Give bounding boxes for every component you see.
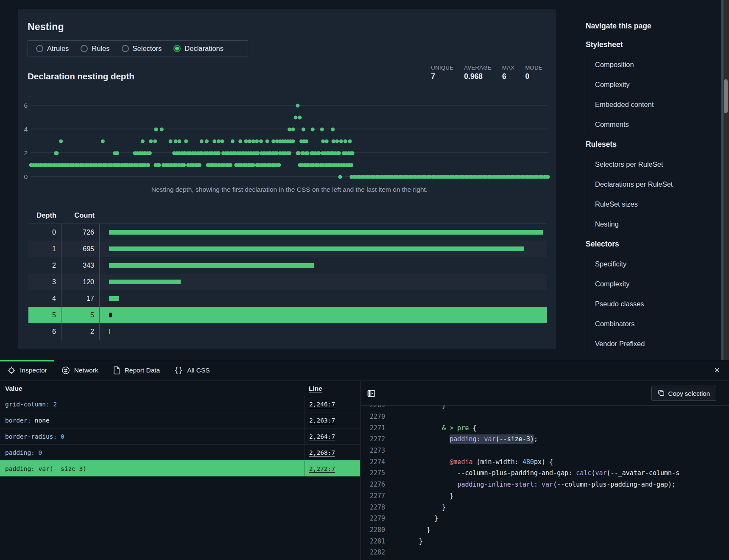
nav-item-specificity[interactable]: Specificity [586, 254, 717, 274]
stat-label: MAX [502, 64, 514, 71]
code-line: 2273 [361, 445, 729, 456]
nav-item-pseudo-classes[interactable]: Pseudo classes [586, 294, 717, 314]
property-name: border-radius: [5, 433, 57, 440]
radio-option-selectors[interactable]: Selectors [122, 45, 162, 53]
page-nav: Navigate this page StylesheetComposition… [586, 17, 717, 354]
depth-table: Depth Count 07261695234331204175562 [28, 207, 547, 340]
nav-item-comments[interactable]: Comments [586, 115, 717, 134]
line-link[interactable]: 2,246:7 [309, 401, 335, 408]
nav-item-complexity[interactable]: Complexity [586, 274, 717, 294]
depth-table-row[interactable]: 417 [28, 290, 547, 307]
declaration-row[interactable]: border: none2,263:7 [0, 412, 360, 428]
radio-option-atrules[interactable]: Atrules [36, 45, 69, 53]
stat-unique: UNIQUE7 [431, 64, 453, 81]
radio-option-rules[interactable]: Rules [81, 45, 109, 53]
line-cell: 2,264:7 [304, 428, 360, 444]
line-column-header[interactable]: Line [309, 385, 322, 392]
col-header-depth: Depth [28, 211, 61, 219]
depth-table-row[interactable]: 1695 [28, 241, 547, 257]
metric-radio-group: AtrulesRulesSelectorsDeclarations [28, 40, 248, 56]
nav-section-selectors: Selectors [586, 234, 717, 254]
nav-item-embedded-content[interactable]: Embedded content [586, 95, 717, 115]
tab-all-css[interactable]: All CSS [167, 360, 217, 381]
value-table: Value Line grid-column: 22,246:7border: … [0, 381, 360, 560]
y-tick-label: 2 [24, 149, 28, 157]
code-line: 2278 } [361, 501, 729, 513]
y-tick-label: 4 [24, 126, 28, 133]
code-text: --column-plus-padding-and-gap: calc(var(… [411, 469, 679, 477]
section-title: Declaration nesting depth [28, 71, 134, 81]
depth-cell: 4 [28, 290, 61, 307]
window-scrollbar-thumb[interactable] [724, 79, 728, 113]
nav-item-combinators[interactable]: Combinators [586, 314, 717, 334]
radio-icon [173, 45, 181, 52]
count-bar [109, 246, 524, 251]
line-link[interactable]: 2,264:7 [309, 433, 335, 440]
bar-cell [100, 323, 547, 340]
depth-table-row[interactable]: 62 [28, 323, 547, 340]
depth-table-row[interactable]: 2343 [28, 257, 547, 274]
property-value: 0 [39, 449, 42, 456]
depth-table-row[interactable]: 55 [28, 307, 547, 323]
network-icon [61, 366, 70, 375]
declaration-cell: padding: 0 [0, 449, 304, 456]
radio-label: Rules [92, 45, 109, 53]
line-number: 2278 [361, 504, 385, 511]
declaration-row[interactable]: padding: var(--size-3)2,272:7 [0, 460, 360, 476]
tab-inspector[interactable]: Inspector [0, 360, 54, 381]
nav-item-ruleset-sizes[interactable]: RuleSet sizes [586, 194, 717, 214]
nav-item-declarations-per-ruleset[interactable]: Declarations per RuleSet [586, 174, 717, 194]
property-value: none [35, 417, 50, 424]
code-line: 2277 } [361, 490, 729, 502]
nav-item-nesting[interactable]: Nesting [586, 214, 717, 234]
code-line: 2282 [361, 547, 729, 558]
code-editor: Copy selection 2269 }22702271 & > pre {2… [361, 381, 729, 560]
count-bar [109, 313, 112, 317]
radio-icon [36, 45, 43, 52]
stat-label: MODE [525, 64, 542, 71]
count-cell: 695 [61, 241, 100, 257]
count-bar [109, 296, 119, 301]
code-line: 2269 } [361, 406, 729, 411]
nav-item-vendor-prefixed[interactable]: Vendor Prefixed [586, 334, 717, 354]
line-number: 2271 [361, 424, 385, 432]
tab-report-data[interactable]: Report Data [106, 360, 168, 381]
declaration-row[interactable]: border-radius: 02,264:7 [0, 428, 360, 444]
line-number: 2276 [361, 481, 385, 488]
radio-option-declarations[interactable]: Declarations [173, 45, 223, 53]
stats-row: UNIQUE7AVERAGE0.968MAX6MODE0 [431, 64, 542, 81]
bar-cell [100, 241, 547, 257]
declaration-row[interactable]: padding: 02,268:7 [0, 444, 360, 460]
depth-cell: 5 [28, 307, 61, 323]
nav-item-composition[interactable]: Composition [586, 55, 717, 75]
code-scroll-area[interactable]: 2269 }22702271 & > pre {2272 padding: va… [361, 406, 729, 560]
line-link[interactable]: 2,272:7 [309, 465, 335, 472]
close-icon[interactable]: × [714, 366, 720, 375]
code-text: padding-inline-start: var(--column-plus-… [411, 481, 676, 488]
line-number: 2269 [361, 406, 385, 409]
declaration-row[interactable]: grid-column: 22,246:7 [0, 396, 360, 412]
property-value: var(--size-3) [39, 465, 87, 472]
panel-toggle-icon[interactable] [367, 389, 376, 398]
nav-item-complexity[interactable]: Complexity [586, 75, 717, 95]
nav-item-selectors-per-ruleset[interactable]: Selectors per RuleSet [586, 154, 717, 174]
radio-label: Selectors [133, 45, 162, 53]
depth-table-row[interactable]: 3120 [28, 274, 547, 290]
depth-table-row[interactable]: 0726 [28, 224, 547, 241]
count-cell: 5 [61, 307, 100, 323]
count-cell: 120 [61, 274, 100, 290]
page-title: Nesting [28, 21, 64, 33]
tab-network[interactable]: Network [54, 360, 106, 381]
count-cell: 343 [61, 257, 100, 274]
code-text: } [411, 515, 438, 522]
line-link[interactable]: 2,268:7 [309, 449, 335, 456]
count-bar [109, 280, 181, 284]
code-line: 2275 --column-plus-padding-and-gap: calc… [361, 468, 729, 479]
line-number: 2274 [361, 458, 385, 466]
copy-selection-button[interactable]: Copy selection [651, 386, 716, 401]
property-name: grid-column: [5, 401, 50, 408]
code-line: 2271 & > pre { [361, 422, 729, 434]
property-name: padding: [5, 449, 35, 456]
line-link[interactable]: 2,263:7 [309, 417, 335, 424]
code-line: 2281 } [361, 535, 729, 547]
